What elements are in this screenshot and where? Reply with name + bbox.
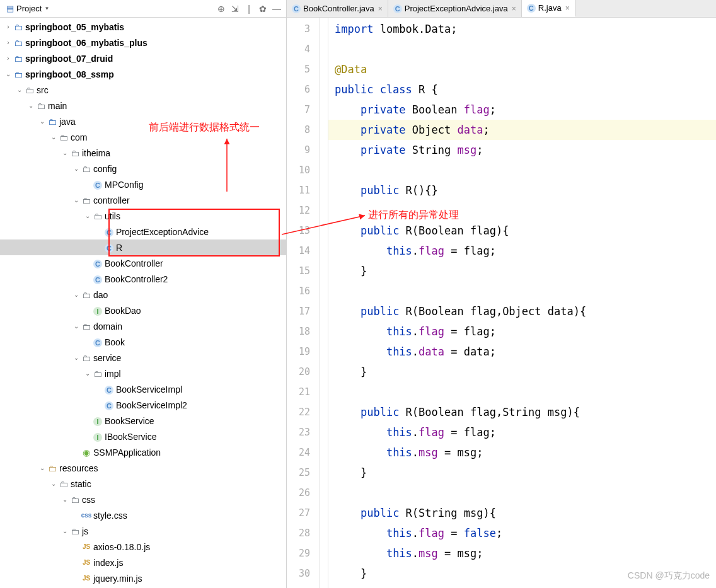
tree-item[interactable]: IIBookService (0, 429, 286, 444)
tree-item[interactable]: ⌄🗀main (0, 98, 286, 113)
code-line[interactable]: public class R { (328, 79, 716, 100)
chevron-icon[interactable]: ⌄ (72, 291, 81, 298)
code-line[interactable]: this.flag = flag; (328, 422, 716, 442)
tree-item[interactable]: JSjquery.min.js (0, 570, 286, 586)
tree-item[interactable]: CR (0, 239, 286, 255)
code-line[interactable]: this.data = data; (328, 342, 716, 362)
tree-item[interactable]: CBookServiceImpl (0, 381, 286, 397)
gear-icon[interactable]: ✿ (256, 4, 270, 14)
code-line[interactable]: public R(){} (328, 180, 716, 200)
tree-item[interactable]: CProjectExceptionAdvice (0, 224, 286, 239)
expand-icon[interactable]: ⇲ (228, 4, 242, 14)
chevron-icon[interactable]: › (4, 23, 13, 30)
tree-item[interactable]: ⌄🗀js (0, 523, 286, 539)
chevron-icon[interactable]: ⌄ (72, 354, 81, 361)
editor-tab[interactable]: CBookController.java× (287, 0, 388, 17)
tree-item-label: BookDao (105, 306, 141, 316)
tree-item[interactable]: ⌄🗀springboot_08_ssmp (0, 66, 286, 82)
chevron-icon[interactable]: ⌄ (61, 149, 69, 156)
code-line[interactable]: this.msg = msg; (328, 442, 716, 463)
code-line[interactable]: } (328, 362, 716, 382)
code-line[interactable]: } (328, 463, 716, 483)
chevron-icon[interactable]: ⌄ (83, 212, 92, 219)
code-line[interactable]: public R(Boolean flag,String msg){ (328, 402, 716, 422)
tree-item[interactable]: ⌄🗀resources (0, 460, 286, 476)
code-line[interactable] (328, 483, 716, 503)
hide-icon[interactable]: — (270, 4, 284, 14)
tree-item[interactable]: ⌄🗀impl (0, 366, 286, 381)
tree-item[interactable]: JSaxios-0.18.0.js (0, 539, 286, 555)
tree-item[interactable]: CBookController2 (0, 271, 286, 287)
code-line[interactable]: } (328, 261, 716, 281)
code-line[interactable]: this.msg = msg; (328, 543, 716, 563)
tree-item[interactable]: IBookService (0, 413, 286, 429)
tree-item[interactable]: JSindex.js (0, 555, 286, 570)
chevron-icon[interactable]: ⌄ (4, 71, 13, 78)
tree-item[interactable]: ⌄🗀service (0, 350, 286, 366)
code-line[interactable]: private Object data; (328, 120, 716, 140)
tree-item[interactable]: ⌄🗀java (0, 113, 286, 129)
project-tree[interactable]: ›🗀springboot_05_mybatis›🗀springboot_06_m… (0, 18, 286, 588)
tree-item[interactable]: CMPConfig (0, 176, 286, 192)
tree-item[interactable]: ⌄🗀src (0, 82, 286, 98)
tree-item[interactable]: cssstyle.css (0, 507, 286, 523)
chevron-icon[interactable]: › (4, 55, 13, 62)
chevron-icon[interactable]: ⌄ (72, 165, 81, 172)
tree-item[interactable]: CBookController (0, 255, 286, 271)
tree-item[interactable]: ⌄🗀dao (0, 287, 286, 303)
code-line[interactable]: this.flag = flag; (328, 241, 716, 261)
chevron-icon[interactable]: ⌄ (38, 118, 47, 125)
code-line[interactable]: public R(String msg){ (328, 503, 716, 523)
code-line[interactable] (328, 200, 716, 221)
code-line[interactable] (328, 382, 716, 402)
tree-item[interactable]: ⌄🗀domain (0, 318, 286, 334)
tree-item[interactable]: CBookServiceImpl2 (0, 397, 286, 413)
code-line[interactable] (328, 39, 716, 59)
line-number: 22 (287, 402, 319, 422)
code-line[interactable] (328, 281, 716, 301)
line-number: 9 (287, 140, 319, 160)
editor-tab[interactable]: CProjectExceptionAdvice.java× (388, 0, 522, 17)
chevron-icon[interactable]: ⌄ (72, 197, 81, 204)
tree-item[interactable]: ⌄🗀utils (0, 208, 286, 224)
close-icon[interactable]: × (565, 4, 570, 13)
code-line[interactable]: this.flag = false; (328, 523, 716, 543)
tree-item[interactable]: ›🗀springboot_06_mybatis_plus (0, 35, 286, 50)
tree-item[interactable]: ⌄🗀com (0, 129, 286, 145)
close-icon[interactable]: × (512, 4, 516, 13)
code-line[interactable] (328, 160, 716, 180)
tree-item[interactable]: CBook (0, 334, 286, 350)
chevron-icon[interactable]: ⌄ (38, 464, 47, 471)
code-editor[interactable]: import lombok.Data;@Datapublic class R {… (328, 18, 716, 588)
chevron-icon[interactable]: ⌄ (61, 496, 69, 503)
tree-item-label: MPConfig (105, 180, 143, 190)
code-line[interactable]: import lombok.Data; (328, 19, 716, 39)
tree-item[interactable]: ⌄🗀static (0, 476, 286, 492)
target-icon[interactable]: ⊕ (214, 4, 228, 14)
chevron-icon[interactable]: ⌄ (83, 370, 92, 377)
tree-item[interactable]: IBookDao (0, 303, 286, 318)
code-line[interactable]: private String msg; (328, 140, 716, 160)
chevron-icon[interactable]: ⌄ (49, 480, 58, 487)
chevron-icon[interactable]: ⌄ (61, 527, 69, 534)
code-line[interactable]: this.flag = flag; (328, 321, 716, 342)
tree-item[interactable]: ◉SSMPApplication (0, 444, 286, 460)
close-icon[interactable]: × (378, 4, 383, 13)
tree-item[interactable]: ›🗀springboot_07_druid (0, 50, 286, 66)
code-line[interactable]: public R(Boolean flag,Object data){ (328, 301, 716, 321)
tree-item[interactable]: ⌄🗀config (0, 161, 286, 176)
editor-tab[interactable]: CR.java× (522, 0, 575, 17)
tree-item[interactable]: ⌄🗀css (0, 492, 286, 507)
chevron-icon[interactable]: ⌄ (49, 134, 58, 141)
code-line[interactable]: public R(Boolean flag){ (328, 221, 716, 241)
tree-item[interactable]: ⌄🗀itheima (0, 145, 286, 161)
chevron-icon[interactable]: › (4, 39, 13, 46)
code-line[interactable]: private Boolean flag; (328, 100, 716, 120)
chevron-icon[interactable]: ⌄ (26, 102, 35, 109)
tree-item[interactable]: ⌄🗀controller (0, 192, 286, 208)
project-dropdown[interactable]: ▤ Project ▼ (3, 3, 53, 14)
chevron-icon[interactable]: ⌄ (15, 86, 24, 93)
chevron-icon[interactable]: ⌄ (72, 323, 81, 330)
tree-item[interactable]: ›🗀springboot_05_mybatis (0, 19, 286, 35)
code-line[interactable]: @Data (328, 59, 716, 79)
